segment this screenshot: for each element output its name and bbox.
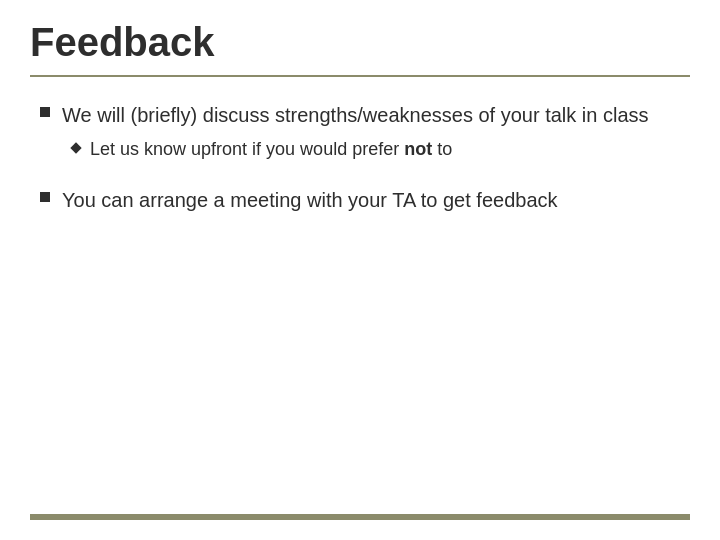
slide-title: Feedback (30, 20, 690, 77)
sub-bullets-1: Let us know upfront if you would prefer … (62, 137, 649, 162)
sub-bullet-bold-1: not (404, 139, 432, 159)
sub-bullet-text-before-bold-1: Let us know upfront if you would prefer (90, 139, 404, 159)
bullet-text-content-2: You can arrange a meeting with your TA t… (62, 186, 558, 214)
sub-bullet-text-1: Let us know upfront if you would prefer … (90, 137, 452, 162)
bullet-text-1: We will (briefly) discuss strengths/weak… (62, 101, 649, 162)
bullet-item-1: We will (briefly) discuss strengths/weak… (40, 101, 690, 162)
sub-bullet-text-after-bold-1: to (432, 139, 452, 159)
bullet-item-2: You can arrange a meeting with your TA t… (40, 186, 690, 214)
bottom-bar (30, 514, 690, 520)
bullet-marker-1 (40, 107, 50, 117)
slide-content: We will (briefly) discuss strengths/weak… (30, 101, 690, 514)
sub-bullet-item-1: Let us know upfront if you would prefer … (72, 137, 649, 162)
bullet-marker-2 (40, 192, 50, 202)
bullet-text-content-1: We will (briefly) discuss strengths/weak… (62, 104, 649, 126)
slide-container: Feedback We will (briefly) discuss stren… (0, 0, 720, 540)
sub-bullet-marker-1 (70, 142, 81, 153)
